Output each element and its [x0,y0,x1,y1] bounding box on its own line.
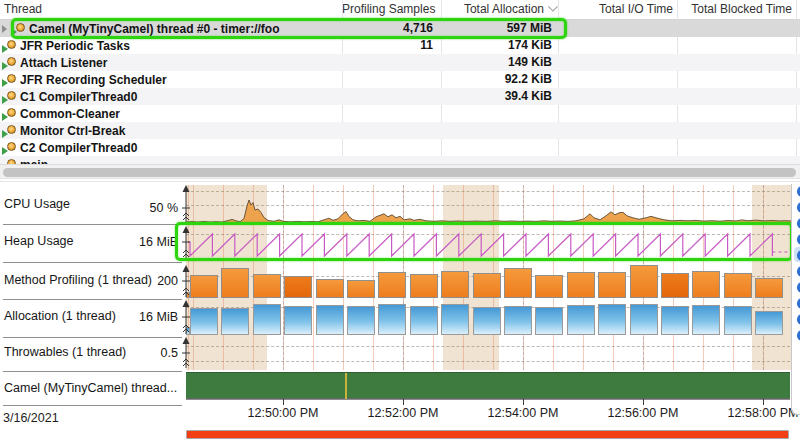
method-profiling-chart[interactable] [186,265,790,299]
track-y-axis [180,337,192,369]
thread-name-text: C2 CompilerThread0 [20,141,137,155]
bar [535,275,563,298]
bar [221,268,249,298]
bar [661,306,689,335]
total-allocation-cell: 174 KiB [441,38,555,52]
time-label: 12:54:00 PM [478,406,568,420]
bar [221,308,249,335]
time-label: 12:52:00 PM [358,406,448,420]
column-header-total-allocation[interactable]: Total Allocation [441,2,558,16]
track-label-allocation: Allocation (1 thread) [4,309,116,323]
bar [284,276,312,298]
horizontal-scrollbar[interactable] [0,164,800,179]
track-axis-tick-label: 50 % [150,201,179,215]
thread-name: Monitor Ctrl-Break [2,122,125,139]
thread-row[interactable]: main [0,156,800,164]
bar [190,308,218,335]
bar [378,272,406,298]
thread-name: main [2,156,48,164]
time-tick [763,399,764,405]
heap-usage-chart[interactable] [186,227,792,261]
thread-name: JFR Recording Scheduler [2,71,167,88]
time-label: 12:50:00 PM [238,406,328,420]
thread-row[interactable]: C2 CompilerThread0 [0,139,800,156]
thread-name-text: Common-Cleaner [20,107,120,121]
thread-icon [2,73,17,87]
thread-name: C2 CompilerThread0 [2,139,137,156]
time-axis-line [186,399,790,400]
thread-icon [2,141,17,155]
bar [378,304,406,335]
bar [441,271,469,298]
thread-row[interactable]: Camel (MyTinyCamel) thread #0 - timer://… [0,20,800,37]
track-y-axis [180,185,192,223]
track-axis-tick-label: 0.5 [161,346,178,360]
bar [284,306,312,335]
time-label: 12:56:00 PM [598,406,688,420]
thread-name-text: Camel (MyTinyCamel) thread #0 - timer://… [29,22,280,36]
track-divider [3,405,182,406]
profiling-samples-cell: 4,716 [342,21,437,35]
bar [504,268,532,298]
bar [253,304,281,335]
thread-name: C1 CompilerThread0 [2,88,137,105]
thread-name-text: JFR Periodic Tasks [20,39,130,53]
total-allocation-label: Total Allocation [464,2,544,16]
thread-icon [11,22,26,36]
thread-name-text: JFR Recording Scheduler [20,73,167,87]
timeline-panel: 3/16/2021 CPU Usage50 %Heap Usage16 MiBM… [0,181,800,446]
bar [567,272,595,298]
total-allocation-cell: 39.4 KiB [441,89,555,103]
timeline-range-scrollbar[interactable] [186,430,789,439]
bar [504,306,532,335]
column-header-thread[interactable]: Thread [4,2,42,16]
total-allocation-cell: 92.2 KiB [441,72,555,86]
track-divider [3,262,182,263]
cpu-usage-chart[interactable] [186,187,792,224]
bar [598,304,626,335]
track-y-axis [180,226,192,260]
thread-row[interactable]: JFR Recording Scheduler92.2 KiB [0,71,800,88]
bar [535,307,563,335]
column-header-profiling-samples[interactable]: Profiling Samples [342,2,437,16]
timeline-chart-area[interactable]: 3/16/2021 CPU Usage50 %Heap Usage16 MiBM… [0,182,800,446]
bar [567,305,595,335]
date-label: 3/16/2021 [3,411,59,425]
thread-row[interactable]: Common-Cleaner [0,105,800,122]
thread-row[interactable]: C1 CompilerThread039.4 KiB [0,88,800,105]
thread-name-text: Monitor Ctrl-Break [20,124,125,138]
track-axis-tick-label: 200 [157,274,178,288]
bar [724,306,752,335]
event-marker [345,373,347,400]
track-label-method: Method Profiling (1 thread) [4,273,152,287]
profiling-samples-cell: 11 [342,38,437,52]
track-y-axis [180,265,192,298]
bar [316,279,344,298]
thread-name-text: C1 CompilerThread0 [20,90,137,104]
thread-icon [2,90,17,104]
thread-rows: Camel (MyTinyCamel) thread #0 - timer://… [0,20,800,164]
bar [724,273,752,298]
track-y-axis [180,300,192,335]
track-axis-tick-label: 16 MiB [139,235,178,249]
thread-lifeline-bar[interactable] [186,372,790,399]
bar [347,306,375,335]
bar [316,305,344,335]
right-panel-edge [791,184,800,415]
scrollbar-thumb[interactable] [3,168,796,177]
track-label-heap: Heap Usage [4,234,74,248]
thread-row[interactable]: Monitor Ctrl-Break [0,122,800,139]
bar [190,275,218,298]
thread-icon [2,56,17,70]
column-header-total-blocked-time[interactable]: Total Blocked Time [677,2,796,16]
allocation-chart[interactable] [186,301,790,336]
track-divider [3,299,182,300]
total-allocation-cell: 597 MiB [441,21,555,35]
column-header-total-io-time[interactable]: Total I/O Time [558,2,677,16]
thread-row[interactable]: Attach Listener149 KiB [0,54,800,71]
thread-row[interactable]: JFR Periodic Tasks11174 KiB [0,37,800,54]
track-label-thread-lifeline: Camel (MyTinyCamel) thread... [4,381,177,395]
disclosure-triangle-icon[interactable] [2,25,7,33]
bar [755,278,783,298]
time-tick [403,399,404,405]
